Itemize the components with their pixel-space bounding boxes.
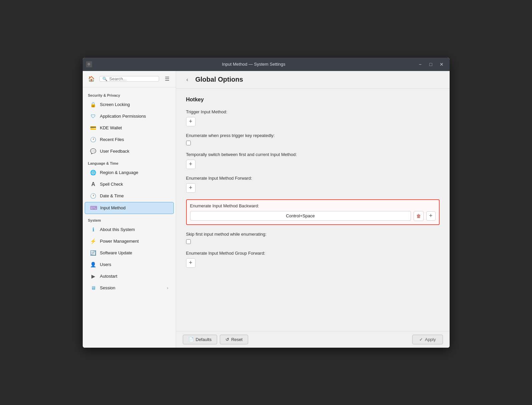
content-footer: 📄 Defaults ↺ Reset ✓ Apply <box>176 331 450 348</box>
section-label-language: Language & Time <box>83 157 176 167</box>
user-feedback-icon: 💬 <box>90 148 97 155</box>
sidebar-item-label: Recent Files <box>100 137 124 142</box>
sidebar-item-region-language[interactable]: 🌐 Region & Language <box>85 167 174 178</box>
enumerate-group-forward-row: Enumerate Input Method Group Forward: + <box>186 251 440 268</box>
search-box: 🔍 <box>99 76 159 82</box>
enumerate-backward-add-button[interactable]: + <box>426 211 436 221</box>
apply-checkmark-icon: ✓ <box>419 337 423 342</box>
session-icon: 🖥 <box>90 285 97 291</box>
defaults-label: Defaults <box>196 337 212 342</box>
enumerate-trigger-label: Enumerate when press trigger key repeate… <box>186 133 440 138</box>
kde-wallet-icon: 💳 <box>90 125 97 131</box>
sidebar-item-label: Input Method <box>100 205 126 210</box>
sidebar-item-software-update[interactable]: 🔄 Software Update <box>85 247 174 259</box>
recent-files-icon: 🕐 <box>90 136 97 143</box>
enumerate-backward-delete-button[interactable]: 🗑 <box>414 211 424 221</box>
enumerate-backward-value[interactable]: Control+Space <box>190 211 411 221</box>
section-label-system: System <box>83 214 176 224</box>
sidebar-item-label: Region & Language <box>100 170 138 175</box>
sidebar-toolbar: 🏠 🔍 ☰ <box>83 71 176 87</box>
skip-first-label: Skip first input method while enumeratin… <box>186 232 440 237</box>
enumerate-trigger-checkbox-row <box>186 141 440 145</box>
sidebar-item-date-time[interactable]: 🕐 Date & Time <box>85 190 174 202</box>
enumerate-group-forward-add-button[interactable]: + <box>186 258 195 268</box>
sidebar-item-recent-files[interactable]: 🕐 Recent Files <box>85 134 174 145</box>
sidebar-item-label: Power Management <box>100 239 139 244</box>
sidebar-item-users[interactable]: 👤 Users <box>85 259 174 270</box>
sidebar-item-session[interactable]: 🖥 Session › <box>85 282 174 294</box>
close-button[interactable]: ✕ <box>437 60 446 69</box>
sidebar-item-label: Session <box>100 285 115 290</box>
hotkey-section-heading: Hotkey <box>186 97 440 103</box>
back-button[interactable]: ‹ <box>183 75 192 84</box>
window-title: Input Method — System Settings <box>92 62 416 67</box>
sidebar-item-label: Autostart <box>100 274 117 279</box>
defaults-icon: 📄 <box>188 337 194 342</box>
trigger-input-row: Trigger Input Method: + <box>186 109 440 126</box>
enumerate-backward-row: Enumerate Input Method Backward: Control… <box>186 199 440 225</box>
screen-locking-icon: 🔒 <box>90 101 97 108</box>
skip-first-row: Skip first input method while enumeratin… <box>186 232 440 244</box>
sidebar-item-about-system[interactable]: ℹ About this System <box>85 224 174 235</box>
apply-button[interactable]: ✓ Apply <box>412 335 443 344</box>
titlebar: ⚙ Input Method — System Settings − □ ✕ <box>83 58 450 71</box>
sidebar-item-screen-locking[interactable]: 🔒 Screen Locking <box>85 99 174 110</box>
spell-check-icon: A <box>90 181 97 188</box>
skip-first-checkbox-row <box>186 239 440 244</box>
enumerate-group-forward-label: Enumerate Input Method Group Forward: <box>186 251 440 256</box>
section-label-security: Security & Privacy <box>83 89 176 99</box>
sidebar-item-power-management[interactable]: ⚡ Power Management <box>85 236 174 247</box>
sidebar-item-input-method[interactable]: ⌨ Input Method <box>85 202 174 214</box>
sidebar-item-spell-check[interactable]: A Spell Check <box>85 179 174 190</box>
window-controls: − □ ✕ <box>416 60 446 69</box>
defaults-button[interactable]: 📄 Defaults <box>183 335 217 344</box>
maximize-button[interactable]: □ <box>426 60 436 69</box>
minimize-button[interactable]: − <box>416 60 425 69</box>
sidebar: 🏠 🔍 ☰ Security & Privacy 🔒 Screen Lockin… <box>83 71 176 348</box>
content-panel: ‹ Global Options Hotkey Trigger Input Me… <box>176 71 450 348</box>
sidebar-item-kde-wallet[interactable]: 💳 KDE Wallet <box>85 122 174 134</box>
sidebar-item-autostart[interactable]: ▶ Autostart <box>85 271 174 282</box>
application-permissions-icon: 🛡 <box>90 113 97 120</box>
search-input[interactable] <box>109 76 156 81</box>
sidebar-item-label: Screen Locking <box>100 102 130 107</box>
trigger-input-add-button[interactable]: + <box>186 117 195 126</box>
search-icon: 🔍 <box>102 77 107 81</box>
window-icon: ⚙ <box>86 61 92 67</box>
enumerate-backward-container: Enumerate Input Method Backward: Control… <box>186 199 440 225</box>
sidebar-item-application-permissions[interactable]: 🛡 Application Permissions <box>85 111 174 122</box>
date-time-icon: 🕐 <box>90 193 97 199</box>
enumerate-forward-row: Enumerate Input Method Forward: + <box>186 176 440 193</box>
users-icon: 👤 <box>90 261 97 268</box>
hamburger-menu-button[interactable]: ☰ <box>162 74 172 84</box>
input-method-icon: ⌨ <box>90 205 97 211</box>
enumerate-backward-entry: Control+Space 🗑 + <box>190 211 436 221</box>
home-button[interactable]: 🏠 <box>86 74 97 84</box>
footer-left-buttons: 📄 Defaults ↺ Reset <box>183 335 248 344</box>
sidebar-item-label: Users <box>100 262 111 267</box>
main-content: 🏠 🔍 ☰ Security & Privacy 🔒 Screen Lockin… <box>83 71 450 348</box>
chevron-right-icon: › <box>167 286 168 290</box>
content-body: Hotkey Trigger Input Method: + Enumerate… <box>176 89 450 331</box>
enumerate-forward-label: Enumerate Input Method Forward: <box>186 176 440 181</box>
enumerate-forward-add-button[interactable]: + <box>186 183 195 193</box>
skip-first-checkbox[interactable] <box>186 239 191 244</box>
temporally-switch-label: Temporally switch between first and curr… <box>186 152 440 157</box>
sidebar-item-user-feedback[interactable]: 💬 User Feedback <box>85 146 174 157</box>
sidebar-item-label: Application Permissions <box>100 114 146 119</box>
temporally-switch-row: Temporally switch between first and curr… <box>186 152 440 169</box>
sidebar-item-label: Date & Time <box>100 193 124 198</box>
sidebar-item-label: KDE Wallet <box>100 125 122 130</box>
temporally-switch-add-button[interactable]: + <box>186 160 195 169</box>
sidebar-item-label: Software Update <box>100 250 132 255</box>
trigger-input-label: Trigger Input Method: <box>186 109 440 114</box>
content-title: Global Options <box>195 76 243 83</box>
reset-icon: ↺ <box>225 337 229 342</box>
sidebar-item-label: Spell Check <box>100 182 123 187</box>
autostart-icon: ▶ <box>90 273 97 280</box>
enumerate-trigger-checkbox[interactable] <box>186 141 191 145</box>
apply-label: Apply <box>425 337 436 342</box>
software-update-icon: 🔄 <box>90 250 97 256</box>
main-window: ⚙ Input Method — System Settings − □ ✕ 🏠… <box>83 58 450 348</box>
reset-button[interactable]: ↺ Reset <box>220 335 248 344</box>
